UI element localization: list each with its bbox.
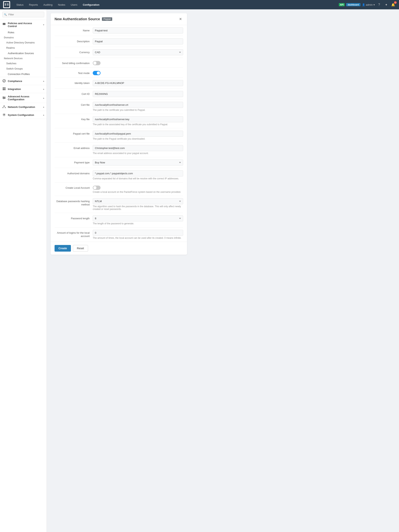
key-file-input[interactable]: [93, 116, 183, 122]
password-length-label: Password length: [55, 215, 90, 220]
form-row-authorized-domains: Authorized domains Comma-separated list …: [55, 168, 183, 183]
form-row-name: Name: [55, 25, 183, 36]
email-input[interactable]: [93, 145, 183, 151]
admin-chevron-icon: ▾: [373, 3, 375, 6]
db-hashing-select[interactable]: NTLM MD5 SHA1 bcrypt: [93, 198, 183, 204]
create-local-account-slider: [93, 186, 101, 190]
policies-chevron-icon: ▾: [43, 24, 44, 26]
puzzle-icon: [2, 87, 6, 91]
amount-logins-input[interactable]: [93, 230, 183, 236]
cert-id-input[interactable]: [93, 91, 183, 97]
cert-id-field: [93, 91, 183, 97]
nav-configuration[interactable]: Configuration: [80, 2, 102, 7]
system-config-icon: [2, 113, 6, 117]
compliance-icon: [2, 79, 6, 83]
compliance-chevron-icon: ▴: [43, 80, 44, 82]
authorized-domains-input[interactable]: [93, 170, 183, 177]
sidebar-section-system-config: System Configuration ▴: [0, 111, 46, 119]
key-file-field: The path to the associated key of the ce…: [93, 116, 183, 126]
reset-button[interactable]: Reset: [73, 245, 88, 252]
sidebar-group-system-config[interactable]: System Configuration ▴: [0, 111, 46, 119]
shield-icon: [2, 23, 6, 27]
db-hashing-label: Database passwords hashing method: [55, 198, 90, 206]
sidebar-group-network-config[interactable]: Network Configuration ▴: [0, 103, 46, 111]
test-mode-label: Test mode: [55, 70, 90, 75]
nav-auditing[interactable]: Auditing: [41, 2, 55, 7]
db-hashing-field: NTLM MD5 SHA1 bcrypt The algorithm used …: [93, 198, 183, 210]
admin-label: admin: [366, 3, 373, 6]
payment-type-label: Payment type: [55, 159, 90, 164]
help-icon[interactable]: ?: [376, 2, 382, 7]
password-length-select[interactable]: 6 7 8 10 12 16: [93, 215, 183, 222]
authorized-domains-hint: Comma-separated list of domains that wil…: [93, 177, 183, 180]
form-header: New Authentication Source Paypal ✕: [51, 13, 187, 25]
sidebar-group-compliance[interactable]: Compliance ▴: [0, 77, 46, 85]
integration-group-label: Integration: [8, 88, 21, 90]
close-button[interactable]: ✕: [178, 16, 183, 22]
sidebar-item-switches[interactable]: Switches: [0, 61, 46, 66]
sidebar-group-policies[interactable]: Policies and Access Control ▾: [0, 20, 46, 30]
nav-reports[interactable]: Reports: [27, 2, 40, 7]
name-input[interactable]: [93, 27, 183, 33]
currency-select[interactable]: CAD USD EUR: [93, 49, 183, 55]
topnav-links: Status Reports Auditing Nodes Users Conf…: [14, 2, 339, 7]
form-badge: Paypal: [102, 17, 112, 21]
sidebar: 🔍 Policies and Access Control ▾ Roles Do…: [0, 9, 47, 532]
form-row-amount-logins: Amount of logins for the local account T…: [55, 228, 183, 242]
create-local-account-toggle[interactable]: [93, 186, 101, 190]
sidebar-item-auth-sources[interactable]: Authentication Sources: [0, 51, 46, 56]
create-local-account-hint: Create a local account on the PacketFenc…: [93, 191, 183, 193]
sidebar-item-realms[interactable]: Realms: [0, 45, 46, 51]
email-hint: The email address associated to your pay…: [93, 152, 183, 155]
description-input[interactable]: [93, 38, 183, 44]
name-field: [93, 27, 183, 33]
paypal-cert-input[interactable]: [93, 131, 183, 137]
sidebar-group-integration[interactable]: Integration ▴: [0, 85, 46, 93]
layout: 🔍 Policies and Access Control ▾ Roles Do…: [0, 9, 399, 532]
identity-token-field: [93, 80, 183, 86]
svg-rect-4: [3, 88, 4, 89]
advanced-access-chevron-icon: ▴: [43, 97, 44, 99]
settings-icon[interactable]: ✦: [383, 2, 389, 7]
network-config-group-label: Network Configuration: [8, 106, 35, 108]
send-billing-toggle[interactable]: [93, 61, 101, 65]
admin-menu[interactable]: 👤 admin ▾: [362, 3, 375, 6]
svg-rect-5: [4, 88, 6, 89]
test-mode-toggle[interactable]: [93, 71, 101, 75]
filter-input[interactable]: [2, 12, 44, 17]
svg-point-15: [3, 107, 3, 108]
nav-users[interactable]: Users: [68, 2, 80, 7]
sidebar-item-connection-profiles[interactable]: Connection Profiles: [0, 71, 46, 77]
sidebar-item-switch-groups[interactable]: Switch Groups: [0, 66, 46, 71]
form-row-send-billing: Send billing confirmation: [55, 58, 183, 68]
amount-logins-hint: The amount of times, the local account c…: [93, 237, 183, 239]
sidebar-item-roles[interactable]: Roles: [0, 30, 46, 35]
svg-rect-1: [3, 23, 6, 24]
dashboard-badge[interactable]: dashboard: [346, 3, 360, 6]
payment-type-select[interactable]: Buy Now Subscription Donation: [93, 159, 183, 165]
svg-point-16: [5, 107, 6, 108]
password-length-hint: The length of the password to generate.: [93, 222, 183, 225]
sidebar-group-advanced-access[interactable]: Advanced Access Configuration ▴: [0, 93, 46, 103]
cert-file-hint: The path to the certificate you submitte…: [93, 109, 183, 111]
identity-token-input[interactable]: [93, 80, 183, 86]
cert-file-label: Cert file: [55, 102, 90, 107]
svg-rect-2: [3, 24, 6, 25]
sidebar-section-compliance: Compliance ▴: [0, 77, 46, 85]
create-local-account-label: Create Local Account: [55, 185, 90, 190]
form-footer: Create Reset: [51, 242, 187, 255]
api-badge: API: [339, 3, 345, 6]
sidebar-item-active-directory[interactable]: Active Directory Domains: [0, 40, 46, 45]
create-button[interactable]: Create: [55, 245, 71, 252]
form-title: New Authentication Source: [55, 17, 100, 21]
form-row-description: Description: [55, 36, 183, 47]
authorized-domains-field: Comma-separated list of domains that wil…: [93, 170, 183, 180]
test-mode-slider: [93, 71, 101, 75]
policies-group-label: Policies and Access Control: [8, 22, 41, 28]
email-field: The email address associated to your pay…: [93, 145, 183, 155]
cert-file-field: The path to the certificate you submitte…: [93, 102, 183, 111]
cert-file-input[interactable]: [93, 102, 183, 108]
nav-nodes[interactable]: Nodes: [56, 2, 68, 7]
nav-status[interactable]: Status: [14, 2, 26, 7]
notifications-icon[interactable]: 🔔 13: [390, 2, 396, 7]
